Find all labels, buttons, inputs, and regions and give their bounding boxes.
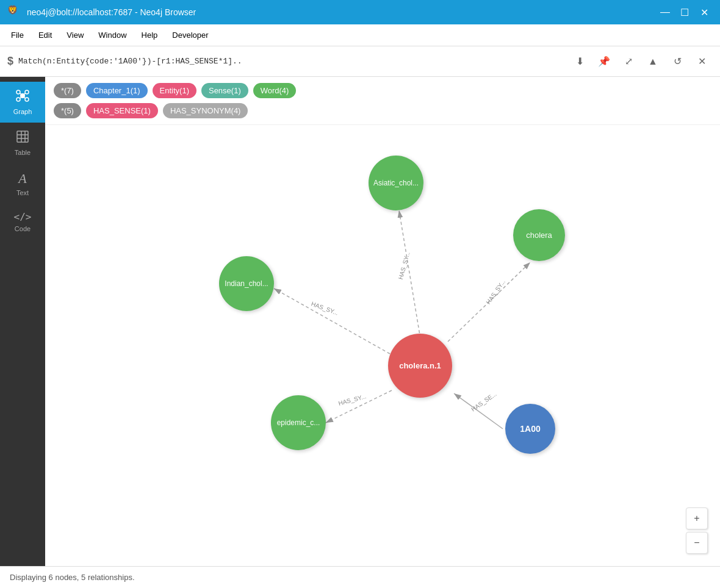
filters-area: *(7) Chapter_1(1) Entity(1) Sense(1) Wor… — [45, 77, 720, 125]
title-bar: 🦁 neo4j@bolt://localhost:7687 - Neo4j Br… — [0, 0, 720, 24]
svg-point-4 — [25, 98, 29, 101]
sidebar-table-label: Table — [15, 149, 31, 156]
sidebar: Graph Table A Text </> Code — [0, 77, 45, 566]
badge-word[interactable]: Word(4) — [253, 83, 297, 98]
node-filter-row: *(7) Chapter_1(1) Entity(1) Sense(1) Wor… — [54, 83, 711, 98]
node-indian-label: Indian_chol... — [225, 279, 268, 288]
status-text: Displaying 6 nodes, 5 relationships. — [10, 573, 135, 582]
svg-rect-9 — [17, 131, 28, 142]
content-area: *(7) Chapter_1(1) Entity(1) Sense(1) Wor… — [45, 77, 720, 566]
neo4j-logo: 🦁 — [7, 5, 22, 20]
node-entity-label: 1A00 — [520, 424, 540, 434]
text-icon: A — [18, 171, 26, 187]
status-bar: Displaying 6 nodes, 5 relationships. — [0, 566, 720, 588]
expand-button[interactable]: ⤢ — [617, 51, 639, 73]
node-epidemic-label: epidemic_c... — [277, 418, 320, 427]
sidebar-item-code[interactable]: </> Code — [0, 204, 45, 240]
menu-developer[interactable]: Developer — [166, 28, 214, 42]
badge-chapter1[interactable]: Chapter_1(1) — [86, 83, 148, 98]
edge-label-4: HAS_SY... — [337, 393, 367, 407]
sidebar-text-label: Text — [16, 189, 29, 196]
rel-filter-row: *(5) HAS_SENSE(1) HAS_SYNONYM(4) — [54, 103, 711, 118]
edge-label-5: HAS_SE... — [470, 390, 497, 412]
collapse-button[interactable]: ▲ — [642, 51, 664, 73]
node-asiatic[interactable]: Asiatic_chol... — [369, 156, 423, 210]
sidebar-code-label: Code — [15, 225, 31, 232]
badge-has-synonym[interactable]: HAS_SYNONYM(4) — [163, 103, 248, 118]
svg-line-16 — [448, 262, 530, 342]
sidebar-item-graph[interactable]: Graph — [0, 82, 45, 123]
zoom-controls: + − — [686, 507, 708, 554]
node-cholera-word-label: cholera — [526, 231, 552, 240]
title-bar-left: 🦁 neo4j@bolt://localhost:7687 - Neo4j Br… — [7, 5, 196, 20]
svg-point-3 — [16, 98, 20, 101]
title-bar-text: neo4j@bolt://localhost:7687 - Neo4j Brow… — [27, 7, 196, 17]
menu-edit[interactable]: Edit — [32, 28, 58, 42]
badge-all-nodes[interactable]: *(7) — [54, 83, 81, 98]
table-icon — [16, 130, 29, 146]
node-epidemic[interactable]: epidemic_c... — [271, 395, 326, 450]
menu-bar: File Edit View Window Help Developer — [0, 24, 720, 46]
zoom-out-button[interactable]: − — [686, 532, 708, 554]
title-bar-controls: — ☐ ✕ — [657, 4, 713, 21]
refresh-button[interactable]: ↺ — [666, 51, 688, 73]
query-dollar: $ — [7, 55, 13, 68]
zoom-in-button[interactable]: + — [686, 507, 708, 529]
code-icon: </> — [14, 211, 32, 223]
menu-help[interactable]: Help — [135, 28, 164, 42]
query-actions: ⬇ 📌 ⤢ ▲ ↺ ✕ — [569, 51, 713, 73]
svg-point-1 — [16, 90, 20, 94]
svg-line-18 — [326, 390, 392, 423]
svg-line-7 — [20, 97, 21, 98]
svg-line-19 — [454, 393, 503, 429]
svg-line-15 — [399, 210, 420, 339]
sidebar-graph-label: Graph — [13, 108, 32, 115]
node-indian[interactable]: Indian_chol... — [219, 256, 274, 311]
badge-sense[interactable]: Sense(1) — [201, 83, 248, 98]
close-query-button[interactable]: ✕ — [691, 51, 713, 73]
sidebar-item-table[interactable]: Table — [0, 123, 45, 163]
sidebar-item-text[interactable]: A Text — [0, 163, 45, 204]
edge-label-3: HAS_SY... — [311, 300, 339, 316]
graph-icon — [16, 89, 29, 106]
maximize-button[interactable]: ☐ — [676, 4, 693, 21]
badge-entity[interactable]: Entity(1) — [153, 83, 196, 98]
svg-line-17 — [274, 289, 390, 354]
node-sense[interactable]: cholera.n.1 — [388, 334, 452, 398]
menu-file[interactable]: File — [5, 28, 30, 42]
query-bar: $ Match(n:Entity{code:'1A00'})-[r1:HAS_S… — [0, 46, 720, 77]
svg-line-5 — [20, 93, 21, 95]
node-asiatic-label: Asiatic_chol... — [373, 179, 419, 187]
node-entity[interactable]: 1A00 — [505, 404, 555, 454]
main-layout: Graph Table A Text </> Code — [0, 77, 720, 566]
edge-label-1: HAS_SY... — [397, 251, 411, 281]
menu-view[interactable]: View — [60, 28, 90, 42]
edge-label-2: HAS_SY... — [484, 278, 506, 305]
graph-canvas: HAS_SY... HAS_SY... HAS_SY... HAS_SY... … — [45, 125, 720, 566]
node-cholera-word[interactable]: cholera — [513, 209, 565, 261]
badge-all-rels[interactable]: *(5) — [54, 103, 81, 118]
badge-has-sense[interactable]: HAS_SENSE(1) — [86, 103, 158, 118]
pin-button[interactable]: 📌 — [593, 51, 615, 73]
svg-point-2 — [25, 90, 29, 94]
download-button[interactable]: ⬇ — [569, 51, 591, 73]
query-text: Match(n:Entity{code:'1A00'})-[r1:HAS_SEN… — [18, 57, 564, 66]
svg-line-8 — [24, 97, 25, 98]
svg-line-6 — [24, 93, 25, 95]
minimize-button[interactable]: — — [657, 4, 674, 21]
node-sense-label: cholera.n.1 — [399, 361, 441, 370]
close-button[interactable]: ✕ — [696, 4, 713, 21]
menu-window[interactable]: Window — [92, 28, 132, 42]
